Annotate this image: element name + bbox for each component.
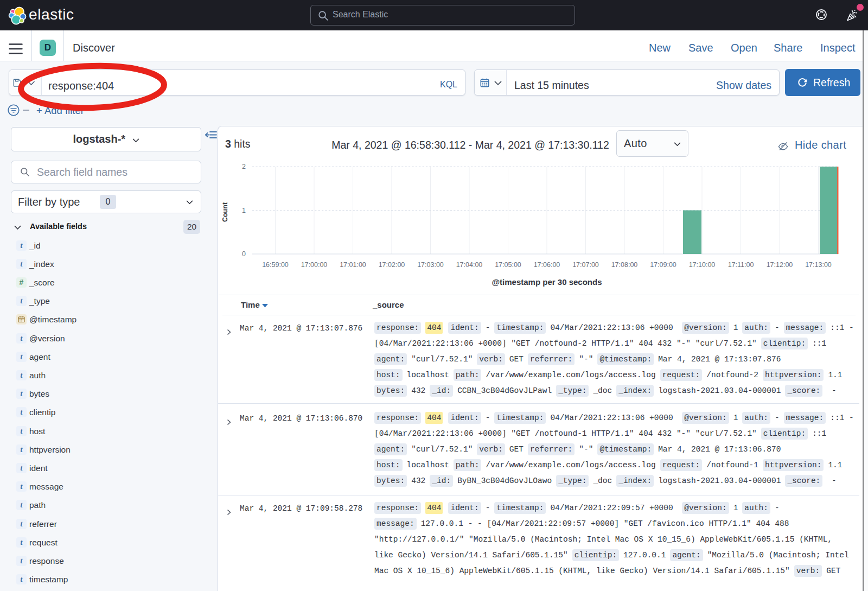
svg-text:1: 1 [242, 207, 246, 214]
svg-text:17:08:00: 17:08:00 [611, 261, 638, 269]
svg-text:17:04:00: 17:04:00 [456, 261, 483, 269]
svg-text:17:06:00: 17:06:00 [534, 261, 560, 269]
svg-text:17:09:00: 17:09:00 [650, 261, 676, 269]
svg-text:17:10:00: 17:10:00 [689, 261, 716, 269]
svg-text:17:03:00: 17:03:00 [417, 261, 444, 269]
svg-text:17:13:00: 17:13:00 [805, 261, 832, 269]
svg-text:16:59:00: 16:59:00 [262, 261, 289, 269]
svg-text:17:02:00: 17:02:00 [379, 261, 405, 269]
svg-text:17:07:00: 17:07:00 [572, 261, 599, 269]
svg-text:17:00:00: 17:00:00 [301, 261, 328, 269]
svg-text:@timestamp per 30 seconds: @timestamp per 30 seconds [492, 277, 602, 287]
svg-text:17:05:00: 17:05:00 [495, 261, 521, 269]
svg-text:17:12:00: 17:12:00 [767, 261, 793, 269]
svg-text:17:11:00: 17:11:00 [728, 261, 754, 269]
svg-text:0: 0 [242, 250, 246, 258]
svg-text:2: 2 [242, 163, 246, 170]
svg-text:17:01:00: 17:01:00 [340, 261, 366, 269]
svg-text:Count: Count [221, 202, 229, 222]
